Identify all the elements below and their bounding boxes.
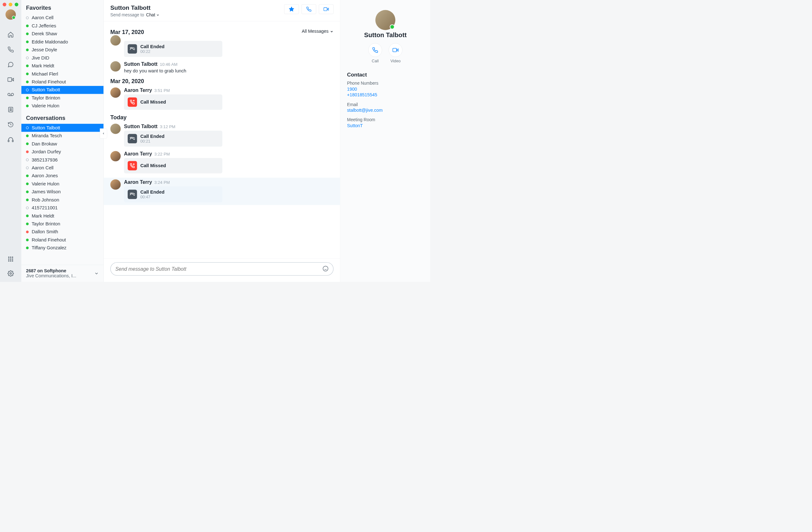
favorite-item[interactable]: Jesse Doyle (21, 46, 103, 54)
favorite-item[interactable]: Taylor Brinton (21, 94, 103, 102)
favorite-item[interactable]: Aaron Cell (21, 14, 103, 22)
org-name: Jive Communications, I... (26, 274, 76, 279)
avatar (111, 151, 121, 162)
details-call-button[interactable]: Call (368, 43, 382, 63)
phone-link[interactable]: +18018515545 (347, 93, 424, 98)
svg-point-2 (11, 93, 14, 96)
voicemail-icon[interactable] (7, 91, 14, 98)
contacts-icon[interactable] (7, 106, 14, 113)
sidebar-footer[interactable]: 2687 on Softphone Jive Communications, I… (21, 265, 103, 282)
conversation-item[interactable]: Tiffany Gonzalez (21, 244, 103, 252)
favorite-item[interactable]: Derek Shaw (21, 30, 103, 38)
message-time: 3:22 PM (155, 152, 170, 156)
svg-marker-18 (289, 7, 294, 11)
favorite-item[interactable]: CJ Jefferies (21, 22, 103, 30)
headset-icon[interactable] (7, 136, 14, 143)
conversation-item[interactable]: 3852137936 (21, 156, 103, 164)
conversation-item[interactable]: Taylor Brinton (21, 220, 103, 228)
contact-label: Sutton Talbott (32, 87, 60, 93)
phone-link[interactable]: 1900 (347, 87, 424, 92)
contact-label: Dallon Smith (32, 229, 58, 235)
message-time: 3:12 PM (160, 124, 175, 129)
composer (104, 258, 340, 282)
contact-label: Jesse Doyle (32, 47, 57, 53)
message-text: hey do you want to grab lunch (124, 68, 333, 74)
status-dot (26, 223, 29, 225)
favorite-item[interactable]: Eddie Maldonado (21, 38, 103, 46)
message-row: Sutton Talbott3:12 PMCall Ended00:21 (111, 124, 334, 147)
message-input[interactable] (115, 266, 323, 272)
details-video-button[interactable]: Video (389, 43, 402, 63)
svg-point-14 (9, 261, 10, 262)
video-icon[interactable] (7, 76, 14, 83)
favorite-item[interactable]: Sutton Talbott (21, 86, 103, 94)
favorite-item[interactable]: Valerie Hulon (21, 102, 103, 110)
call-bubble[interactable]: Call Ended00:21 (124, 131, 222, 147)
call-bubble[interactable]: Call Missed (124, 95, 222, 110)
call-title: Call Missed (140, 163, 166, 168)
contact-label: Aaron Cell (32, 165, 54, 171)
conversation-item[interactable]: Roland Finehout (21, 236, 103, 244)
svg-point-20 (323, 266, 328, 271)
status-dot (26, 25, 29, 27)
contact-label: Dan Brokaw (32, 141, 57, 146)
svg-point-8 (9, 257, 10, 258)
conversation-item[interactable]: Jordan Durfey (21, 148, 103, 156)
conversation-item[interactable]: Aaron Cell (21, 164, 103, 171)
dialpad-icon[interactable] (7, 256, 14, 263)
message-sender: Aaron Terry (124, 151, 152, 157)
status-dot (26, 158, 29, 161)
video-call-button[interactable] (319, 4, 334, 14)
home-icon[interactable] (7, 31, 14, 38)
conversation-item[interactable]: James Wilson (21, 188, 103, 196)
favorite-item[interactable]: Roland Finehout (21, 78, 103, 86)
call-button[interactable] (302, 4, 316, 14)
emoji-button[interactable] (323, 266, 329, 272)
my-avatar[interactable] (5, 10, 16, 20)
meeting-label: Meeting Room (347, 117, 424, 123)
call-bubble[interactable]: Call Missed (124, 158, 222, 173)
composer-box[interactable] (111, 262, 334, 276)
status-dot (26, 97, 29, 99)
contact-label: James Wilson (32, 189, 61, 195)
avatar (111, 35, 121, 46)
maximize-window-button[interactable] (15, 2, 18, 6)
conversation-item[interactable]: Rob Johnson (21, 196, 103, 204)
message-filter-dropdown[interactable]: All Messages (302, 29, 334, 34)
favorite-button[interactable] (284, 4, 299, 14)
call-bubble[interactable]: Call Ended00:47 (124, 186, 222, 202)
calls-icon[interactable] (7, 46, 14, 53)
send-mode-dropdown[interactable]: Chat (146, 12, 159, 17)
email-link[interactable]: stalbott@jive.com (347, 108, 424, 113)
message-time: 10:46 AM (160, 62, 177, 67)
favorite-item[interactable]: Michael Flerl (21, 70, 103, 78)
conversation-item[interactable]: Mark Heldt (21, 212, 103, 220)
call-bubble[interactable]: Call Ended00:22 (124, 41, 222, 57)
settings-icon[interactable] (7, 270, 14, 277)
conversation-item[interactable]: Aaron Jones (21, 172, 103, 180)
status-dot (26, 215, 29, 217)
contact-label: Jive DID (32, 55, 49, 60)
close-window-button[interactable] (2, 2, 6, 6)
conversation-item[interactable]: Sutton Talbott (21, 124, 103, 131)
call-missed-icon (128, 98, 137, 107)
chat-icon[interactable] (7, 61, 14, 68)
favorite-item[interactable]: Mark Heldt (21, 62, 103, 70)
conversation-item[interactable]: Dallon Smith (21, 228, 103, 236)
status-dot (26, 247, 29, 249)
favorite-item[interactable]: Jive DID (21, 54, 103, 62)
status-dot (26, 174, 29, 177)
message-time: 3:24 PM (155, 180, 170, 185)
conversation-item[interactable]: Miranda Tesch (21, 132, 103, 140)
conversation-item[interactable]: Dan Brokaw (21, 140, 103, 148)
conversation-item[interactable]: 4157211001 (21, 204, 103, 212)
svg-point-13 (12, 259, 13, 260)
status-dot (26, 57, 29, 59)
history-icon[interactable] (7, 121, 14, 128)
chat-body[interactable]: Mar 17, 2020 All Messages Call Ended00:2… (104, 22, 340, 258)
conversation-item[interactable]: Valerie Hulon (21, 180, 103, 187)
contact-label: Aaron Jones (32, 173, 58, 179)
minimize-window-button[interactable] (9, 2, 13, 6)
svg-rect-23 (393, 48, 396, 52)
meeting-link[interactable]: SuttonT (347, 123, 424, 128)
